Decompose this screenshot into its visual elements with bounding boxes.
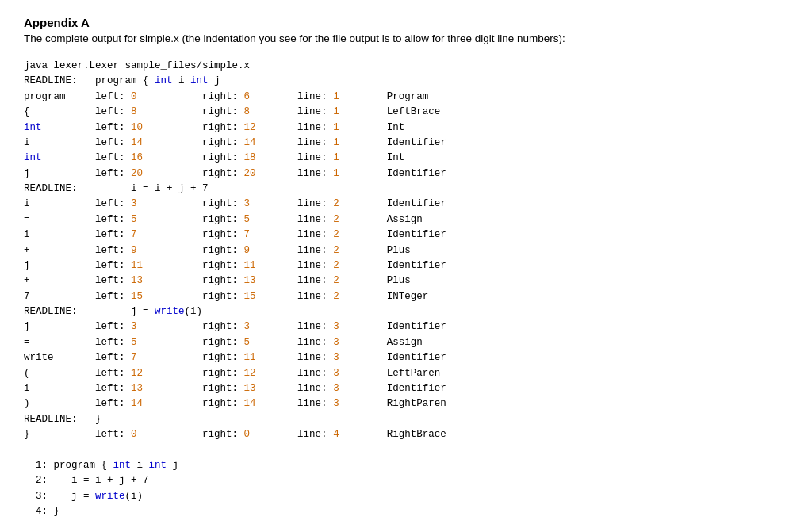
appendix-subtitle: The complete output for simple.x (the in… [24,33,788,44]
code-output: java lexer.Lexer sample_files/simple.x R… [24,59,788,519]
appendix-title: Appendix A [24,16,788,29]
